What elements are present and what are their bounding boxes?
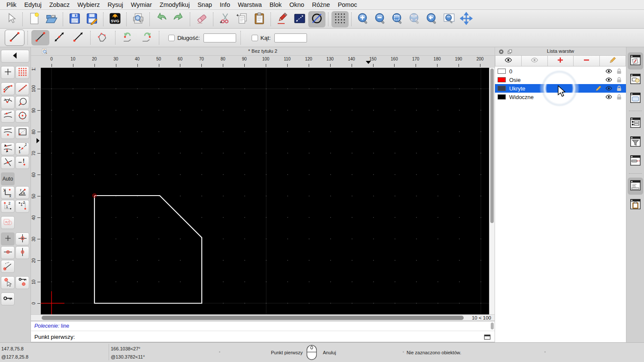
snap-auto-button[interactable]: Auto — [1, 172, 15, 185]
dock-command-toggle-button[interactable] — [628, 178, 643, 195]
restrict-horizontal-button[interactable] — [1, 246, 15, 259]
layer-lock-icon[interactable] — [616, 76, 623, 83]
layer-row-0[interactable]: 0 — [495, 67, 626, 75]
relative-zero-locked-button[interactable] — [1, 293, 15, 305]
menu-item-warstwa[interactable]: Warstwa — [234, 0, 266, 9]
layer-visibility-icon[interactable] — [605, 85, 612, 92]
open-file-button[interactable] — [43, 11, 60, 27]
dock-entity-list-toggle-button[interactable] — [628, 115, 643, 132]
restrict-preview-button[interactable] — [1, 216, 15, 229]
save-as-button[interactable] — [83, 11, 100, 27]
layer-visibility-icon[interactable] — [605, 68, 612, 75]
snap-auto-distance-button[interactable] — [1, 142, 15, 155]
menu-item-zmodyfikuj[interactable]: Zmodyfikuj — [156, 0, 194, 9]
menu-item-wymiar[interactable]: Wymiar — [127, 0, 156, 9]
dock-pen-toggle-button[interactable] — [628, 153, 643, 170]
zoom-selected-button[interactable] — [406, 11, 423, 27]
paste-button[interactable] — [251, 11, 268, 27]
layer-row-osie[interactable]: Osie — [495, 75, 626, 84]
restrict-vertical-button[interactable] — [15, 246, 29, 259]
copy-button[interactable] — [234, 11, 251, 27]
menu-item-rozne[interactable]: Różne — [308, 0, 334, 9]
remove-layer-button[interactable] — [574, 55, 600, 66]
lock-relative-zero-button[interactable] — [15, 276, 29, 289]
coord-relative-21-button[interactable]: 12 — [15, 200, 29, 213]
layer-row-widoczne[interactable]: Widoczne — [495, 93, 626, 101]
save-button[interactable] — [66, 11, 83, 27]
angle-checkbox[interactable] — [252, 35, 258, 41]
layer-edit-icon[interactable] — [595, 85, 602, 92]
draw-pencil-button[interactable] — [274, 11, 291, 27]
new-document-button[interactable] — [26, 11, 43, 27]
menu-item-okno[interactable]: Okno — [286, 0, 308, 9]
zoom-in-button[interactable] — [355, 11, 372, 27]
snap-circle-button[interactable] — [15, 96, 29, 109]
show-all-layers-button[interactable] — [495, 55, 522, 66]
dock-layers-toggle-button[interactable] — [628, 52, 643, 69]
zoom-out-button[interactable] — [372, 11, 389, 27]
grid-toggle-button[interactable] — [331, 11, 349, 27]
length-input[interactable] — [204, 33, 236, 42]
redo-button[interactable] — [170, 11, 187, 27]
vertical-scroll-thumb[interactable] — [490, 69, 494, 223]
set-relative-zero-button[interactable] — [1, 276, 15, 289]
snap-center-button[interactable] — [15, 110, 29, 123]
command-window-icon[interactable] — [483, 333, 491, 340]
menu-item-snap[interactable]: Snap — [194, 0, 216, 9]
command-history[interactable]: Polecenie: line — [31, 321, 495, 331]
command-input[interactable] — [85, 332, 480, 341]
layer-visibility-icon[interactable] — [605, 76, 612, 83]
hide-all-layers-button[interactable] — [522, 55, 548, 66]
command-scroll-thumb[interactable] — [491, 323, 494, 329]
line-2p-button[interactable] — [31, 30, 49, 45]
restrict-orthogonal-button[interactable] — [15, 232, 29, 245]
layer-lock-icon[interactable] — [616, 68, 623, 75]
menu-item-edytuj[interactable]: Edytuj — [20, 0, 45, 9]
dock-blocks-toggle-button[interactable] — [628, 71, 643, 88]
undo-button[interactable] — [153, 11, 170, 27]
cut-button[interactable] — [216, 11, 234, 27]
snap-intersection-button[interactable] — [1, 156, 15, 169]
zoom-auto-button[interactable] — [389, 11, 406, 27]
layer-lock-icon[interactable] — [616, 94, 623, 100]
edit-layer-button[interactable] — [600, 55, 626, 66]
canvas-horizontal-scrollbar[interactable]: 10 < 100 — [31, 314, 495, 321]
snap-on-entity-button[interactable] — [15, 82, 29, 95]
coord-polar-button[interactable]: ra — [15, 186, 29, 199]
menu-item-plik[interactable]: Plik — [3, 0, 20, 9]
menu-item-zobacz[interactable]: Zobacz — [46, 0, 74, 9]
length-checkbox[interactable] — [168, 35, 175, 41]
line-ray-button[interactable] — [69, 30, 87, 45]
zoom-previous-button[interactable] — [423, 11, 440, 27]
horizontal-scroll-thumb[interactable] — [42, 316, 464, 320]
menu-item-pomoc[interactable]: Pomoc — [334, 0, 361, 9]
menu-item-wybierz[interactable]: Wybierz — [73, 0, 103, 9]
angle-input[interactable] — [274, 33, 307, 42]
coord-cartesian-button[interactable]: yx — [1, 186, 15, 199]
restrict-box-button[interactable] — [15, 126, 29, 139]
dock-clipboard-toggle-button[interactable] — [628, 196, 643, 214]
snap-distance-manual-button[interactable]: 12 — [15, 142, 29, 155]
snap-middle-button[interactable] — [1, 126, 15, 139]
print-preview-button[interactable] — [130, 11, 147, 27]
delete-eraser-button[interactable] — [193, 11, 210, 27]
polyline-button[interactable] — [94, 30, 112, 45]
snap-tangent-button[interactable] — [1, 96, 15, 109]
select-cursor-button[interactable] — [3, 11, 20, 27]
layer-visibility-icon[interactable] — [605, 94, 612, 100]
zoom-pan-button[interactable] — [458, 11, 475, 27]
dock-filter-toggle-button[interactable] — [628, 134, 643, 151]
dock-library-toggle-button[interactable] — [628, 90, 643, 107]
measure-distance-button[interactable] — [291, 11, 308, 27]
snap-endpoint-button[interactable] — [1, 82, 15, 95]
snap-nearest-button[interactable] — [1, 110, 15, 123]
layer-row-ukryte[interactable]: Ukryte — [495, 84, 626, 93]
zoom-window-button[interactable] — [440, 11, 458, 27]
menu-item-blok[interactable]: Blok — [266, 0, 286, 9]
circle-line-button[interactable] — [308, 11, 325, 27]
restrict-nothing-button[interactable] — [1, 232, 15, 245]
export-svg-button[interactable]: SVG — [106, 11, 124, 27]
layer-lock-icon[interactable] — [616, 85, 623, 92]
canvas-vertical-scrollbar[interactable] — [489, 68, 495, 314]
menu-item-info[interactable]: Info — [216, 0, 234, 9]
